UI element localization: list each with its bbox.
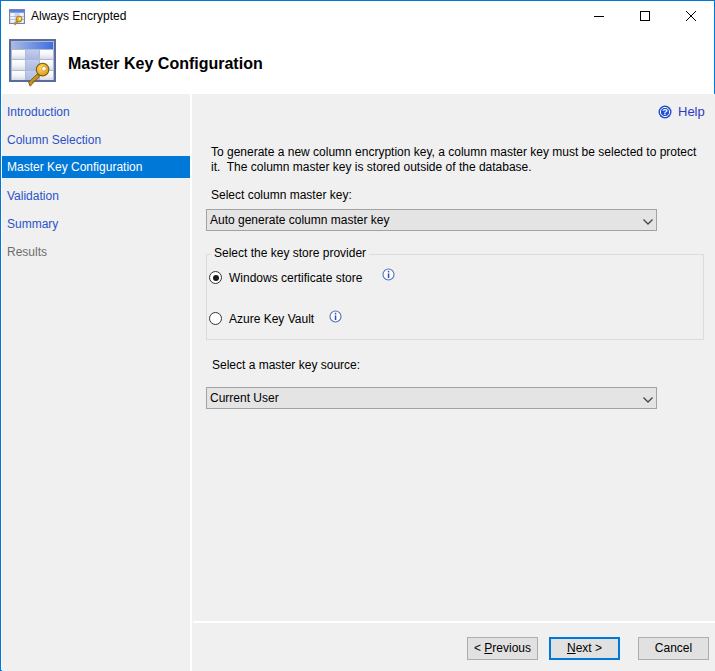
svg-text:?: ? (662, 107, 668, 117)
